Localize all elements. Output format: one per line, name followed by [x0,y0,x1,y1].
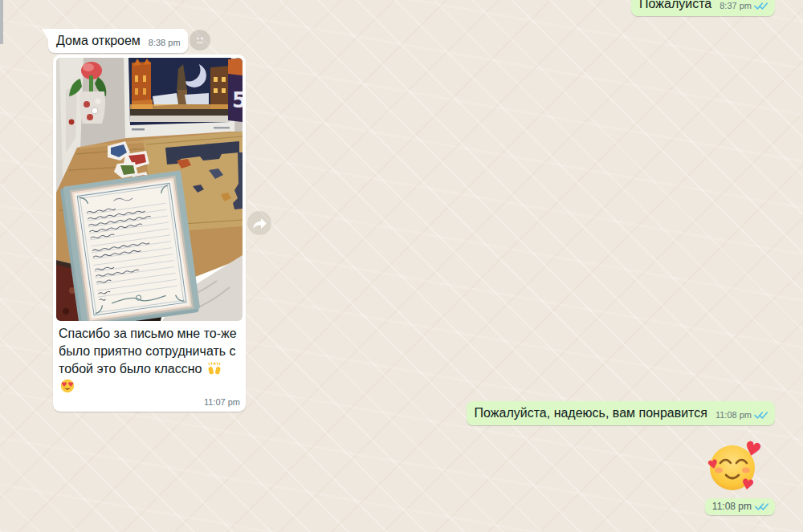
svg-text:♥: ♥ [61,381,67,388]
chat-conversation: Пожалуйста 8:37 pm Дома откроем 8:38 pm [0,0,803,532]
message-emoji[interactable]: ♥ ♥ ♥ 11:08 pm [705,438,775,515]
message-outgoing-1[interactable]: Пожалуйста 8:37 pm [631,0,775,16]
message-time: 8:38 pm [149,35,181,51]
message-outgoing-2[interactable]: Пожалуйста, надеюсь, вам понравится 11:0… [467,401,775,425]
letter-photo[interactable]: 5 [56,58,243,321]
image-caption: Спасибо за письмо мне то-же было приятно… [56,321,243,396]
add-reaction-button[interactable] [190,30,210,51]
message-time: 11:08 pm [712,501,752,512]
message-image[interactable]: 5 [53,55,246,412]
smiling-face-with-hearts-emoji: ♥ ♥ ♥ [706,438,762,494]
forward-arrow-icon [251,216,267,230]
svg-text:5: 5 [232,88,243,112]
message-meta: 11:08 pm [715,407,768,424]
svg-text:♥: ♥ [740,475,756,493]
message-text: Дома откроем [56,32,141,49]
message-time: 8:37 pm [719,0,752,14]
svg-text:♥: ♥ [741,438,762,462]
message-meta: 8:37 pm [719,0,768,14]
smiley-icon [194,34,206,47]
message-incoming-1[interactable]: Дома откроем 8:38 pm [48,29,188,53]
forward-button[interactable] [247,211,271,235]
emoji-message-meta: 11:08 pm [705,498,775,515]
read-receipt-icon [754,2,768,10]
message-text: Пожалуйста, надеюсь, вам понравится [475,404,707,421]
message-time: 11:07 pm [56,396,243,408]
raising-hands-emoji [207,361,222,376]
heart-eyes-emoji: ♥ ♥ [60,379,75,393]
read-receipt-icon [754,411,768,420]
svg-text:♥: ♥ [67,381,73,388]
read-receipt-icon [755,502,768,511]
scrollbar-thumb[interactable] [0,0,3,44]
message-time: 11:08 pm [715,407,752,424]
message-text: Пожалуйста [639,0,711,12]
message-meta: 8:38 pm [149,35,181,51]
